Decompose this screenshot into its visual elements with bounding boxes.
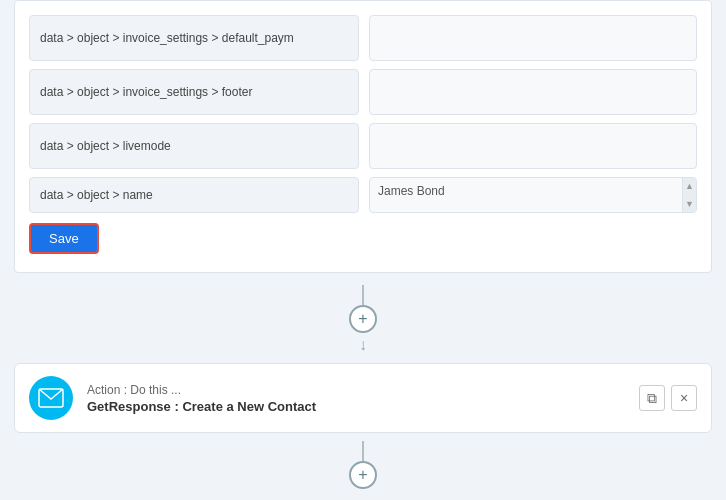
field-label-default-paym: data > object > invoice_settings > defau… <box>29 15 359 61</box>
input-scrollbar: ▲ ▼ <box>682 178 696 212</box>
field-input-default-paym[interactable] <box>369 15 697 61</box>
action-buttons: ⧉ × <box>639 385 697 411</box>
plus-icon: + <box>358 310 367 328</box>
field-label-name: data > object > name <box>29 177 359 213</box>
envelope-icon <box>38 388 64 408</box>
form-card: data > object > invoice_settings > defau… <box>14 0 712 273</box>
bottom-connector-section: + <box>0 433 726 489</box>
add-step-bottom-button[interactable]: + <box>349 461 377 489</box>
field-input-name[interactable]: James Bond ▲ ▼ <box>369 177 697 213</box>
copy-button[interactable]: ⧉ <box>639 385 665 411</box>
action-content: Action : Do this ... GetResponse : Creat… <box>87 383 625 414</box>
field-label-livemode: data > object > livemode <box>29 123 359 169</box>
plus-icon-bottom: + <box>358 466 367 484</box>
save-button-row: Save <box>29 221 697 258</box>
scroll-up-arrow: ▲ <box>685 180 694 192</box>
arrow-down-icon: ↓ <box>359 335 367 355</box>
copy-icon: ⧉ <box>647 390 657 407</box>
field-input-footer[interactable] <box>369 69 697 115</box>
form-row-name: data > object > name James Bond ▲ ▼ <box>29 177 697 213</box>
action-title: Action : Do this ... <box>87 383 625 397</box>
close-icon: × <box>680 390 688 406</box>
action-service-icon <box>29 376 73 420</box>
close-button[interactable]: × <box>671 385 697 411</box>
main-container: data > object > invoice_settings > defau… <box>0 0 726 500</box>
field-input-livemode[interactable] <box>369 123 697 169</box>
connector-section: + ↓ <box>0 273 726 363</box>
action-action-name: Create a New Contact <box>182 399 316 414</box>
action-description: GetResponse : Create a New Contact <box>87 399 625 414</box>
textarea-default-paym[interactable] <box>370 16 696 60</box>
connector-line-bottom <box>362 441 364 461</box>
field-label-footer: data > object > invoice_settings > foote… <box>29 69 359 115</box>
action-service-name: GetResponse <box>87 399 171 414</box>
scroll-down-arrow: ▼ <box>685 198 694 210</box>
field-value-name: James Bond <box>370 178 682 212</box>
form-row-footer: data > object > invoice_settings > foote… <box>29 69 697 115</box>
action-card: Action : Do this ... GetResponse : Creat… <box>14 363 712 433</box>
textarea-livemode[interactable] <box>370 124 696 168</box>
textarea-footer[interactable] <box>370 70 696 114</box>
connector-line-top <box>362 285 364 305</box>
save-button[interactable]: Save <box>29 223 99 254</box>
form-row-livemode: data > object > livemode <box>29 123 697 169</box>
form-row-default-paym: data > object > invoice_settings > defau… <box>29 15 697 61</box>
add-step-button[interactable]: + <box>349 305 377 333</box>
